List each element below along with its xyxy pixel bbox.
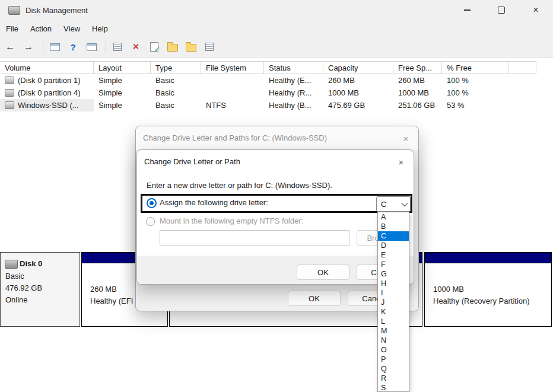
cell-layout: Simple xyxy=(94,99,151,111)
volume-icon xyxy=(5,101,14,109)
drive-letter-option[interactable]: F xyxy=(378,260,409,269)
drive-letter-option[interactable]: R xyxy=(378,374,409,383)
dialog-close-button[interactable]: × xyxy=(399,132,412,145)
cell-file-system xyxy=(201,74,264,87)
menu-item-view[interactable]: View xyxy=(58,21,86,36)
partition-recovery[interactable]: 1000 MB Healthy (Recovery Partition) xyxy=(424,252,552,327)
help-icon: ? xyxy=(70,42,75,52)
app-icon xyxy=(8,6,20,15)
drive-letter-option-selected[interactable]: C xyxy=(378,231,409,241)
close-button[interactable]: × xyxy=(519,0,553,20)
cell-volume: (Disk 0 partition 1) xyxy=(18,76,80,85)
minimize-button[interactable] xyxy=(450,0,484,20)
cell-file-system xyxy=(201,87,264,99)
column-header-volume[interactable]: Volume xyxy=(0,62,94,74)
disk-0-info-box[interactable]: Disk 0 Basic 476.92 GB Online xyxy=(0,252,80,327)
drive-letter-option[interactable]: O xyxy=(378,345,409,355)
cell-type: Basic xyxy=(151,99,201,111)
cell-capacity: 1000 MB xyxy=(323,87,393,99)
volume-icon xyxy=(5,89,14,97)
explore-folder-button[interactable] xyxy=(183,39,199,55)
window-title: Disk Management xyxy=(26,6,450,15)
show-console-tree-button[interactable] xyxy=(47,39,62,55)
back-icon: ← xyxy=(5,42,15,52)
menu-bar: File Action View Help xyxy=(0,20,553,37)
column-header-blank xyxy=(509,62,536,74)
toolbar-separator xyxy=(43,41,43,53)
cell-free-space: 1000 MB xyxy=(393,87,442,99)
menu-item-help[interactable]: Help xyxy=(86,21,114,36)
properties-button[interactable] xyxy=(202,39,217,55)
inner-ok-button[interactable]: OK xyxy=(297,264,349,280)
cell-volume: (Disk 0 partition 4) xyxy=(18,88,80,97)
show-action-pane-icon xyxy=(87,43,97,51)
partition-size: 1000 MB xyxy=(433,283,551,295)
drive-letter-option[interactable]: K xyxy=(378,307,409,317)
drive-letter-option[interactable]: B xyxy=(378,222,409,231)
explore-folder-icon xyxy=(186,44,196,52)
mark-partition-active-icon: ✓ xyxy=(150,42,158,52)
cell-pct-free: 53 % xyxy=(442,99,509,111)
change-drive-letter-or-path-dialog: Change Drive Letter or Path × Enter a ne… xyxy=(136,149,414,285)
drive-letter-option[interactable]: A xyxy=(378,212,409,222)
outer-ok-button[interactable]: OK xyxy=(288,291,341,306)
open-folder-icon xyxy=(167,44,178,52)
drive-letter-option[interactable]: D xyxy=(378,241,409,250)
column-header-status[interactable]: Status xyxy=(264,62,323,74)
drive-letter-option[interactable]: M xyxy=(378,326,409,336)
drive-letter-option[interactable]: L xyxy=(378,317,409,326)
dialog-prompt: Enter a new drive letter or path for C: … xyxy=(147,181,332,190)
delete-volume-button[interactable]: × xyxy=(128,39,144,55)
forward-button[interactable]: → xyxy=(21,39,36,55)
mount-folder-label: Mount in the following empty NTFS folder… xyxy=(160,216,303,225)
column-header-layout[interactable]: Layout xyxy=(94,62,151,74)
drive-letter-dropdown-list: A B C D E F G H I J K L M N O P Q R S xyxy=(377,212,409,392)
help-button[interactable]: ? xyxy=(65,39,81,55)
maximize-button[interactable] xyxy=(484,0,519,20)
drive-letter-option[interactable]: I xyxy=(378,288,409,298)
drive-letter-option[interactable]: E xyxy=(378,250,409,260)
mount-folder-radio[interactable] xyxy=(146,217,155,226)
drive-letter-option[interactable]: G xyxy=(378,269,409,279)
column-header-free-space[interactable]: Free Sp... xyxy=(393,62,442,74)
toolbar-separator xyxy=(106,41,106,53)
drive-letter-option[interactable]: H xyxy=(378,279,409,288)
disk-status: Online xyxy=(5,295,28,304)
menu-item-file[interactable]: File xyxy=(0,21,24,36)
partition-color-bar xyxy=(425,253,551,263)
properties-icon xyxy=(205,43,214,51)
show-action-pane-button[interactable] xyxy=(84,39,99,55)
show-console-tree-icon xyxy=(50,43,60,51)
back-button[interactable]: ← xyxy=(2,39,18,55)
disk-type: Basic xyxy=(5,272,24,281)
column-header-type[interactable]: Type xyxy=(151,62,201,74)
column-header-file-system[interactable]: File System xyxy=(201,62,264,74)
cell-type: Basic xyxy=(151,87,201,99)
drive-letter-combobox[interactable]: C xyxy=(376,196,411,212)
refresh-button[interactable] xyxy=(110,39,125,55)
cell-type: Basic xyxy=(151,74,201,87)
column-header-capacity[interactable]: Capacity xyxy=(323,62,393,74)
cell-layout: Simple xyxy=(94,74,151,87)
drive-letter-option[interactable]: Q xyxy=(378,364,409,374)
cell-volume: Windows-SSD (... xyxy=(18,101,79,110)
column-header-pct-free[interactable]: % Free xyxy=(442,62,509,74)
assign-drive-letter-radio[interactable] xyxy=(147,198,157,208)
drive-letter-option[interactable]: N xyxy=(378,336,409,345)
table-row[interactable]: (Disk 0 partition 1) Simple Basic Health… xyxy=(0,74,553,87)
menu-item-action[interactable]: Action xyxy=(24,21,58,36)
table-row[interactable]: Windows-SSD (... Simple Basic NTFS Healt… xyxy=(0,99,553,111)
open-folder-button[interactable] xyxy=(165,39,180,55)
refresh-icon xyxy=(113,43,122,51)
dialog-close-button[interactable]: × xyxy=(395,155,408,168)
maximize-icon xyxy=(498,7,505,14)
mount-path-input[interactable] xyxy=(160,230,349,246)
drive-letter-option[interactable]: J xyxy=(378,298,409,307)
table-row[interactable]: (Disk 0 partition 4) Simple Basic Health… xyxy=(0,87,553,99)
minimize-icon xyxy=(464,9,471,11)
disk-icon xyxy=(5,260,18,269)
mark-partition-active-button[interactable]: ✓ xyxy=(147,39,162,55)
drive-letter-option[interactable]: P xyxy=(378,355,409,364)
dialog-title: Change Drive Letter or Path xyxy=(144,157,240,166)
drive-letter-option[interactable]: S xyxy=(378,383,409,392)
